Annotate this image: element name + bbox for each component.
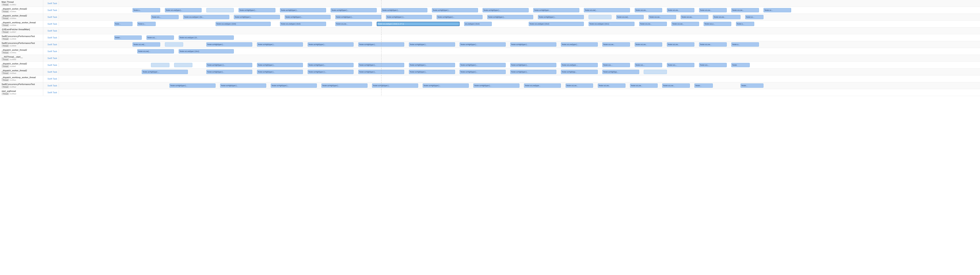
timeline-block[interactable]	[174, 63, 192, 67]
timeline-block[interactable]: Tester.scL...	[146, 35, 174, 40]
thread-timeline-area[interactable]	[59, 27, 980, 34]
timeline-block[interactable]: Tester...	[114, 35, 142, 40]
timeline-block[interactable]: Tester.scHigh(type:)...	[409, 42, 455, 47]
timeline-block[interactable]: Tester.scL...	[151, 15, 179, 19]
timeline-block[interactable]: Tester.scHigh(type:)...	[381, 8, 427, 12]
timeline-block[interactable]: Tester.scHigh(typ...	[561, 70, 598, 74]
timeline-block[interactable]: Tester.scHigh(type:)...	[473, 84, 519, 88]
timeline-block[interactable]: Tester.scHigh(type:)...	[308, 63, 354, 67]
thread-timeline-area[interactable]: Tester.scLow(...Tester.scLow(type:) (0x1…	[59, 48, 980, 55]
thread-timeline-area[interactable]: Tester...Tester.scL...Tester.scLow(type:…	[59, 34, 980, 41]
timeline-block[interactable]: Tester.scLow...	[699, 8, 727, 12]
timeline-block[interactable]: Tester.scLow(type:) (0x1)	[179, 49, 234, 54]
timeline-block[interactable]: Tester.scHigh(type:...	[533, 8, 579, 12]
timeline-block[interactable]: Tester.scL...	[635, 63, 662, 67]
timeline-block[interactable]: Tester.scLow...	[699, 42, 727, 47]
thread-timeline-area[interactable]	[59, 0, 980, 7]
timeline-block[interactable]: Tester.scLow...	[635, 42, 662, 47]
timeline-block[interactable]: Tester.acHigh(type:)...	[321, 84, 368, 88]
thread-timeline-area[interactable]: Tester.scL...Tester.scLow(type:) (0x...T…	[59, 14, 980, 21]
timeline-block[interactable]: Tester.scLow(type:) (0x2)	[529, 22, 584, 26]
timeline-block[interactable]: Tester.scLow(...	[616, 15, 644, 19]
thread-timeline-area[interactable]	[59, 76, 980, 82]
timeline-block[interactable]: Tester.scHigh(type:) |...	[308, 70, 354, 74]
timeline-block[interactable]: Tester.scHigh(type:)...	[331, 8, 377, 12]
timeline-block[interactable]: Tester.scHigh(type:)...	[285, 15, 331, 19]
timeline-block[interactable]: Tester.scLow(type...	[524, 84, 561, 88]
timeline-block[interactable]: Tester.scHigh(type:)...	[271, 84, 317, 88]
timeline-block[interactable]: Tester.scHigh(type:)...	[437, 15, 483, 19]
timeline-block[interactable]: Tester.scLow...	[639, 22, 667, 26]
timeline-block[interactable]: Tester.scLow...	[602, 42, 630, 47]
thread-timeline-area[interactable]: Tester.scHigh(type:)...Tester.scHigh(typ…	[59, 82, 980, 89]
timeline-block[interactable]: Tester.a...	[731, 42, 759, 47]
timeline-block[interactable]: Tester.scLow...	[731, 8, 759, 12]
timeline-block[interactable]: Tester.acHigh(type:...	[142, 70, 188, 74]
timeline-block[interactable]: Tester.scL...	[602, 63, 630, 67]
timeline-block[interactable]: Tester.acHigh(type:) |...	[206, 63, 253, 67]
timeline-block[interactable]: Tester.scHigh(type:)...	[487, 15, 533, 19]
timeline-block[interactable]: Tester.scHigh(type:)...	[239, 8, 275, 12]
thread-timeline-area[interactable]: Tester.scLow(...Tester.scHigh(type:)...T…	[59, 41, 980, 48]
timeline-block[interactable]: Tester.scL...	[699, 63, 727, 67]
timeline-block[interactable]: Tester.scHigh(type:)...	[510, 42, 556, 47]
timeline-block[interactable]: Tester.scHigh(type:)...	[206, 70, 253, 74]
timeline-block[interactable]: Tester...	[740, 84, 764, 88]
timeline-block[interactable]: Tester.scHigh(type:)...	[257, 63, 303, 67]
timeline-block[interactable]: Tester.scLow(...	[584, 8, 630, 12]
timeline-block[interactable]: Tester.scLow(type:) (0x6) (1.37 s)	[377, 22, 460, 26]
timeline-block[interactable]: Tester.s...	[137, 22, 156, 26]
timeline-block[interactable]	[151, 63, 169, 67]
timeline-block[interactable]: Tester.scLow(type:) (0x5)	[216, 22, 271, 26]
timeline-block[interactable]: Teste...	[114, 22, 133, 26]
timeline-block[interactable]: Tester.acHigh(type:)...	[308, 42, 354, 47]
timeline-block[interactable]: Tester.scHigh(type:)...	[257, 42, 303, 47]
timeline-block[interactable]: Tester.scHigh(type:)...	[220, 84, 266, 88]
timeline-block[interactable]: Tester.scHigh(type:)...	[423, 84, 469, 88]
timeline-block[interactable]	[206, 8, 234, 12]
timeline-block[interactable]: Tester.scLow(type:) (0x1)	[589, 22, 635, 26]
timeline-block[interactable]: Tester.scHigh(type:)...	[482, 8, 529, 12]
timeline-block[interactable]: Tester.scHigh(type:)...	[538, 15, 584, 19]
timeline-block[interactable]: Tester.scHigh(type:)...	[510, 70, 556, 74]
timeline-block[interactable]: Tester.scLow...	[598, 84, 625, 88]
timeline-block[interactable]: Tester.scHigh(type:)...	[234, 15, 280, 19]
timeline-block[interactable]: Tester.scLow(type:)...	[561, 42, 598, 47]
timeline-block[interactable]: Tester.scLow(type:) (0x...	[183, 15, 229, 19]
timeline-block[interactable]: Tester.scLow(type:) (0...	[179, 35, 234, 40]
timeline-block[interactable]: Tester.scLow(type:...	[561, 63, 598, 67]
timeline-block[interactable]: Tester.scHigh(type:)...	[460, 42, 506, 47]
timeline-block[interactable]: Tester.scHigh(type:)...	[372, 84, 418, 88]
timeline-block[interactable]: Tester.scL...	[667, 63, 695, 67]
timeline-block[interactable]: Tester.scHigh(type:)...	[432, 8, 478, 12]
thread-timeline-area[interactable]	[59, 89, 980, 96]
timeline-block[interactable]: Tester...	[694, 84, 713, 88]
timeline-block[interactable]: Tester.scLow...	[335, 22, 372, 26]
timeline-block[interactable]: Tester.s...	[736, 22, 754, 26]
timeline-block[interactable]: Tester.acHigh(typ...	[602, 70, 639, 74]
timeline-block[interactable]	[165, 42, 183, 47]
timeline-block[interactable]: Tester.scLow...	[648, 15, 676, 19]
timeline-block[interactable]: Tester.scHigh(type:)...	[409, 63, 455, 67]
timeline-block[interactable]: Tester.scLow...	[667, 42, 695, 47]
timeline-block[interactable]: Tester.acHigh(type:)...	[280, 8, 326, 12]
timeline-block[interactable]: Tester.scHigh(type:)...	[335, 15, 382, 19]
timeline-block[interactable]: Tester.	[731, 63, 750, 67]
thread-timeline-area[interactable]: Teste...Tester.s...Tester.scLow(type:) (…	[59, 21, 980, 27]
timeline-block[interactable]: Tester.scLow...	[681, 15, 708, 19]
timeline-block[interactable]: Tester.scHigh(type:)...	[169, 84, 216, 88]
timeline-block[interactable]: Tester.scHigh(type:)...	[206, 42, 253, 47]
timeline-block[interactable]: Tester.scLow(...	[132, 42, 160, 47]
timeline-block[interactable]: Tester.s...	[132, 8, 160, 12]
timeline-block[interactable]: Tester.scHigh(type:)...	[257, 70, 303, 74]
timeline-block[interactable]: Tester.scLow...	[671, 22, 699, 26]
timeline-block[interactable]: Tester.scLow(...	[137, 49, 174, 54]
thread-timeline-area[interactable]: Tester.s...Tester.scLow(type:)...Tester.…	[59, 7, 980, 14]
timeline-block[interactable]: Tester.scLow...	[662, 84, 690, 88]
timeline-block[interactable]: Tester.scLow...	[566, 84, 593, 88]
timeline-block[interactable]: Tester.scHigh(type:)...	[510, 63, 556, 67]
timeline-block[interactable]: Tester.scLow...	[667, 8, 695, 12]
timeline-block[interactable]: Tester.sc...	[764, 8, 791, 12]
timeline-block[interactable]: Tester.sc...	[745, 15, 764, 19]
timeline-block[interactable]: Tester.scHigh(type:) |...	[386, 15, 432, 19]
